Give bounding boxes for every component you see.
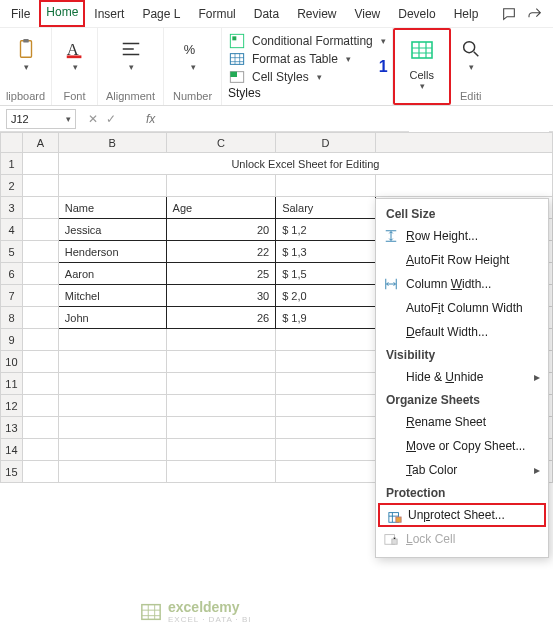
menu-view[interactable]: View — [345, 0, 389, 27]
row-head[interactable]: 8 — [1, 307, 23, 329]
menu-column-width[interactable]: Column Width... — [376, 272, 548, 296]
menu-review[interactable]: Review — [288, 0, 345, 27]
menu-insert[interactable]: Insert — [85, 0, 133, 27]
menu-autofit-row[interactable]: AutoFit Row Height — [376, 248, 548, 272]
menu-unprotect-sheet[interactable]: Unprotect Sheet... 3 — [378, 503, 546, 527]
cells-icon — [410, 38, 434, 65]
menu-label: Tab Color — [406, 463, 457, 477]
row-head[interactable]: 9 — [1, 329, 23, 351]
svg-rect-21 — [142, 604, 160, 619]
menu-label: AutoFit Row Height — [406, 253, 509, 267]
cancel-formula-icon[interactable]: ✕ — [88, 112, 98, 126]
table-cell[interactable]: Aaron — [58, 263, 166, 285]
menu-home[interactable]: Home — [39, 0, 85, 27]
ribbon: ▾ lipboard A ▾ Font ▾ Alignment % ▾ Numb… — [0, 28, 553, 106]
svg-point-11 — [463, 42, 474, 53]
table-cell[interactable]: 25 — [166, 263, 276, 285]
table-cell[interactable]: Mitchel — [58, 285, 166, 307]
table-cell[interactable]: $ 1,3 — [276, 241, 376, 263]
col-head-B[interactable]: B — [58, 133, 166, 153]
row-head[interactable]: 13 — [1, 417, 23, 439]
row-head[interactable]: 14 — [1, 439, 23, 461]
table-cell[interactable]: $ 2,0 — [276, 285, 376, 307]
table-cell[interactable]: 26 — [166, 307, 276, 329]
menu-bar: File Home Insert Page L Formul Data Revi… — [0, 0, 553, 28]
cell-styles-icon — [228, 69, 246, 85]
lock-cell-icon — [382, 530, 400, 548]
cell-styles-button[interactable]: Cell Styles▾ — [228, 68, 386, 86]
select-all-corner[interactable] — [1, 133, 23, 153]
menu-move-copy-sheet[interactable]: Move or Copy Sheet... — [376, 434, 548, 458]
chevron-down-icon: ▾ — [66, 114, 71, 124]
enter-formula-icon[interactable]: ✓ — [106, 112, 116, 126]
ribbon-group-number: % ▾ Number — [164, 28, 222, 105]
unprotect-sheet-icon — [386, 508, 404, 526]
menu-label: Unprotect Sheet... — [408, 508, 505, 522]
conditional-formatting-button[interactable]: Conditional Formatting▾ — [228, 32, 386, 50]
menu-developer[interactable]: Develo — [389, 0, 444, 27]
col-head-hidden[interactable] — [375, 133, 552, 153]
share-icon[interactable] — [525, 5, 545, 23]
svg-rect-10 — [412, 42, 432, 58]
paste-icon[interactable] — [13, 36, 39, 62]
row-height-icon — [382, 227, 400, 245]
font-icon[interactable]: A — [62, 36, 88, 62]
row-head[interactable]: 10 — [1, 351, 23, 373]
table-cell[interactable]: John — [58, 307, 166, 329]
svg-rect-5 — [230, 34, 243, 47]
col-head-C[interactable]: C — [166, 133, 276, 153]
svg-text:%: % — [183, 42, 194, 57]
menu-autofit-column[interactable]: AutoFit Column Width — [376, 296, 548, 320]
number-icon[interactable]: % — [180, 36, 206, 62]
name-box[interactable]: J12 ▾ — [6, 109, 76, 129]
table-header[interactable]: Age — [166, 197, 276, 219]
format-as-table-button[interactable]: Format as Table▾ — [228, 50, 386, 68]
row-head[interactable]: 3 — [1, 197, 23, 219]
col-head-A[interactable]: A — [22, 133, 58, 153]
table-cell[interactable]: $ 1,9 — [276, 307, 376, 329]
alignment-icon[interactable] — [118, 36, 144, 62]
menu-default-width[interactable]: Default Width... — [376, 320, 548, 344]
ribbon-label-font: Font — [52, 90, 97, 102]
ribbon-group-cells[interactable]: Cells ▾ 1 — [393, 28, 451, 105]
table-cell[interactable]: $ 1,2 — [276, 219, 376, 241]
format-context-menu: Cell Size Row Height... AutoFit Row Heig… — [375, 198, 549, 558]
menu-tab-color[interactable]: Tab Color ▸ — [376, 458, 548, 482]
row-head[interactable]: 4 — [1, 219, 23, 241]
menu-help[interactable]: Help — [445, 0, 488, 27]
editing-icon[interactable] — [458, 36, 484, 62]
row-head[interactable]: 11 — [1, 373, 23, 395]
row-head[interactable]: 7 — [1, 285, 23, 307]
menu-formulas[interactable]: Formul — [189, 0, 244, 27]
table-cell[interactable]: $ 1,5 — [276, 263, 376, 285]
menu-section-cellsize: Cell Size — [376, 203, 548, 224]
menu-page-layout[interactable]: Page L — [133, 0, 189, 27]
menu-lock-cell: Lock Cell — [376, 527, 548, 551]
row-head[interactable]: 12 — [1, 395, 23, 417]
menu-file[interactable]: File — [2, 0, 39, 27]
col-head-D[interactable]: D — [276, 133, 376, 153]
annotation-marker-1: 1 — [379, 58, 388, 76]
row-head[interactable]: 6 — [1, 263, 23, 285]
row-head[interactable]: 15 — [1, 461, 23, 483]
styles-item-label: Conditional Formatting — [252, 34, 373, 48]
row-head[interactable]: 1 — [1, 153, 23, 175]
ribbon-label-number: Number — [164, 90, 221, 102]
menu-hide-unhide[interactable]: Hide & Unhide ▸ — [376, 365, 548, 389]
ribbon-label-styles: Styles — [228, 86, 386, 100]
menu-rename-sheet[interactable]: Rename Sheet — [376, 410, 548, 434]
table-header[interactable]: Name — [58, 197, 166, 219]
table-cell[interactable]: Jessica — [58, 219, 166, 241]
table-header[interactable]: Salary — [276, 197, 376, 219]
table-cell[interactable]: 20 — [166, 219, 276, 241]
table-cell[interactable]: Henderson — [58, 241, 166, 263]
row-head[interactable]: 5 — [1, 241, 23, 263]
table-cell[interactable]: 30 — [166, 285, 276, 307]
menu-row-height[interactable]: Row Height... — [376, 224, 548, 248]
row-head[interactable]: 2 — [1, 175, 23, 197]
fx-label[interactable]: fx — [146, 112, 155, 126]
table-cell[interactable]: 22 — [166, 241, 276, 263]
menu-data[interactable]: Data — [245, 0, 288, 27]
comments-icon[interactable] — [499, 5, 519, 23]
ribbon-group-clipboard: ▾ lipboard — [0, 28, 52, 105]
